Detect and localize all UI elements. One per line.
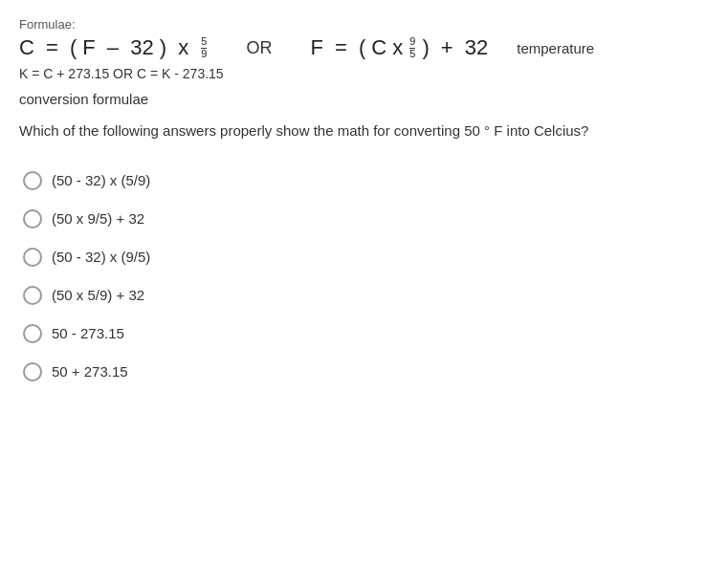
formula-c-open-paren: (: [70, 35, 77, 60]
question-text: Which of the following answers properly …: [19, 120, 709, 142]
temperature-label: temperature: [517, 40, 594, 56]
formula-f-eq: =: [329, 35, 353, 60]
option-text-2: (50 x 9/5) + 32: [52, 210, 144, 227]
option-text-5: 50 - 273.15: [52, 325, 124, 341]
formula-c: C = ( F – 32 ) x 5 9: [19, 35, 208, 60]
formula-f-label: F: [310, 35, 322, 60]
formula-c-32: 32: [130, 35, 153, 60]
option-item-3[interactable]: (50 - 32) x (9/5): [19, 238, 709, 276]
options-list: (50 - 32) x (5/9)(50 x 9/5) + 32(50 - 32…: [19, 162, 709, 391]
formula-c-f: F: [82, 35, 95, 60]
formula-f-32: 32: [465, 35, 488, 60]
option-text-4: (50 x 5/9) + 32: [52, 287, 144, 303]
radio-2[interactable]: [23, 209, 42, 229]
formula-c-eq: =: [40, 35, 64, 60]
option-item-4[interactable]: (50 x 5/9) + 32: [19, 276, 709, 315]
formula-c-fraction: 5 9: [201, 36, 207, 59]
formula-f-close-paren: ): [422, 35, 429, 60]
option-text-6: 50 + 273.15: [52, 363, 128, 380]
fraction-denominator: 9: [201, 49, 207, 59]
formulae-header: Formulae: C = ( F – 32 ) x 5 9 OR F = ( …: [19, 17, 709, 107]
radio-1[interactable]: [23, 171, 42, 190]
secondary-formula: K = C + 273.15 OR C = K - 273.15: [19, 66, 709, 81]
conversion-formulae-label: conversion formulae: [19, 91, 709, 107]
option-item-2[interactable]: (50 x 9/5) + 32: [19, 200, 709, 238]
radio-5[interactable]: [23, 324, 42, 343]
formula-c-label: C: [19, 35, 34, 60]
option-item-1[interactable]: (50 - 32) x (5/9): [19, 162, 709, 200]
formula-c-x: x: [172, 35, 194, 60]
formula-f-c: C x: [371, 35, 403, 60]
formula-f-fraction: 9 5: [409, 36, 415, 59]
option-item-5[interactable]: 50 - 273.15: [19, 315, 709, 353]
formula-c-minus: –: [101, 35, 124, 60]
option-text-3: (50 - 32) x (9/5): [52, 249, 150, 265]
radio-4[interactable]: [23, 286, 42, 305]
formula-f: F = ( C x 9 5 ) + 32: [310, 35, 488, 60]
or-separator: OR: [246, 38, 272, 58]
main-formula-row: C = ( F – 32 ) x 5 9 OR F = ( C x 9 5 ): [19, 35, 709, 60]
option-text-1: (50 - 32) x (5/9): [52, 172, 150, 188]
radio-3[interactable]: [23, 248, 42, 267]
formulae-label: Formulae:: [19, 17, 709, 32]
radio-6[interactable]: [23, 362, 42, 381]
f-fraction-denominator: 5: [409, 49, 415, 59]
formula-f-plus: +: [435, 35, 459, 60]
formula-f-open-paren: (: [359, 35, 365, 60]
formula-c-close-paren: ): [160, 35, 166, 60]
option-item-6[interactable]: 50 + 273.15: [19, 353, 709, 391]
